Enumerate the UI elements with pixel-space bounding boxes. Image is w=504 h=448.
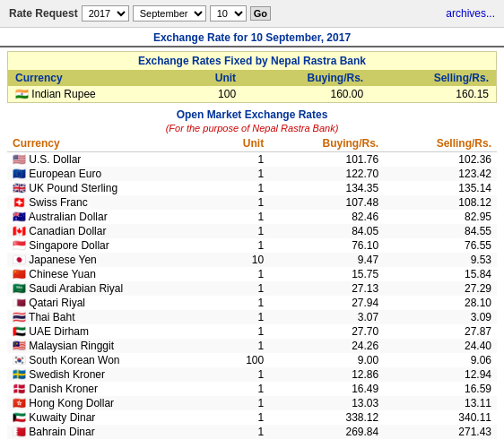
table-row: 🇰🇷 South Korean Won 100 9.00 9.06 — [7, 353, 497, 367]
unit-cell: 1 — [215, 382, 270, 396]
table-row: 🇨🇳 Chinese Yuan 1 15.75 15.84 — [7, 267, 497, 281]
flag-icon: 🇦🇪 — [13, 325, 26, 338]
flag-icon: 🇨🇳 — [13, 268, 26, 280]
buying-cell: 122.70 — [269, 167, 384, 181]
selling-cell: 3.09 — [384, 310, 497, 324]
exchange-rate-title: Exchange Rate for 10 September, 2017 — [0, 28, 504, 47]
currency-cell: 🇮🇳 Indian Rupee — [8, 86, 179, 102]
table-row: 🇸🇬 Singapore Dollar 1 76.10 76.55 — [7, 238, 497, 253]
flag-icon: 🇨🇦 — [13, 225, 26, 237]
buying-cell: 160.00 — [243, 86, 370, 102]
open-col-header: Unit — [215, 135, 270, 152]
currency-cell: 🇨🇦 Canadian Dollar — [7, 224, 215, 238]
table-row: 🇦🇪 UAE Dirham 1 27.70 27.87 — [7, 324, 497, 339]
unit-cell: 1 — [215, 152, 270, 168]
month-select[interactable]: JanuaryFebruaryMarchAprilMayJuneJulyAugu… — [133, 5, 206, 22]
buying-cell: 9.00 — [269, 353, 384, 367]
currency-cell: 🇭🇰 Hong Kong Dollar — [7, 396, 215, 410]
selling-cell: 12.94 — [384, 367, 497, 382]
selling-cell: 135.14 — [384, 181, 497, 195]
buying-cell: 27.13 — [269, 281, 384, 296]
table-row: 🇸🇦 Saudi Arabian Riyal 1 27.13 27.29 — [7, 281, 497, 296]
table-row: 🇦🇺 Australian Dollar 1 82.46 82.95 — [7, 210, 497, 224]
currency-cell: 🇨🇭 Swiss Franc — [7, 195, 215, 210]
selling-cell: 108.12 — [384, 195, 497, 210]
rate-request-form: Rate Request 2015201620172018 JanuaryFeb… — [9, 5, 271, 22]
unit-cell: 100 — [215, 353, 270, 367]
buying-cell: 76.10 — [269, 238, 384, 253]
table-row: 🇶🇦 Qatari Riyal 1 27.94 28.10 — [7, 296, 497, 310]
buying-cell: 134.35 — [269, 181, 384, 195]
buying-cell: 101.76 — [269, 152, 384, 168]
selling-cell: 13.11 — [384, 396, 497, 410]
currency-cell: 🇹🇭 Thai Baht — [7, 310, 215, 324]
unit-cell: 1 — [215, 396, 270, 410]
flag-icon: 🇪🇺 — [13, 168, 26, 180]
table-row: 🇲🇾 Malaysian Ringgit 1 24.26 24.40 — [7, 339, 497, 353]
unit-cell: 1 — [215, 324, 270, 339]
buying-cell: 269.84 — [269, 425, 384, 439]
unit-cell: 1 — [215, 367, 270, 382]
table-row: 🇭🇰 Hong Kong Dollar 1 13.03 13.11 — [7, 396, 497, 410]
fixed-col-currency: Currency — [8, 70, 179, 86]
unit-cell: 1 — [215, 195, 270, 210]
flag-icon: 🇸🇪 — [13, 368, 26, 381]
unit-cell: 1 — [215, 210, 270, 224]
exchange-rate-date: 10 September, 2017 — [251, 31, 351, 44]
open-market-subtitle: (For the purpose of Nepal Rastra Bank) — [7, 123, 497, 135]
year-select[interactable]: 2015201620172018 — [82, 5, 129, 22]
buying-cell: 3.07 — [269, 310, 384, 324]
selling-cell: 24.40 — [384, 339, 497, 353]
currency-cell: 🇲🇾 Malaysian Ringgit — [7, 339, 215, 353]
currency-cell: 🇦🇪 UAE Dirham — [7, 324, 215, 339]
selling-cell: 28.10 — [384, 296, 497, 310]
selling-cell: 27.87 — [384, 324, 497, 339]
day-select[interactable]: 1234567891011121314151617181920212223242… — [210, 5, 247, 22]
currency-cell: 🇧🇭 Bahrain Dinar — [7, 425, 215, 439]
unit-cell: 1 — [215, 281, 270, 296]
unit-cell: 1 — [215, 267, 270, 281]
unit-cell: 1 — [215, 224, 270, 238]
archives-link[interactable]: archives... — [446, 7, 495, 20]
currency-cell: 🇶🇦 Qatari Riyal — [7, 296, 215, 310]
currency-cell: 🇸🇪 Swedish Kroner — [7, 367, 215, 382]
open-market-table: CurrencyUnitBuying/Rs.Selling/Rs. 🇺🇸 U.S… — [7, 135, 497, 439]
top-bar: Rate Request 2015201620172018 JanuaryFeb… — [0, 0, 504, 28]
buying-cell: 107.48 — [269, 195, 384, 210]
buying-cell: 9.47 — [269, 253, 384, 267]
unit-cell: 1 — [215, 339, 270, 353]
flag-icon: 🇨🇭 — [13, 196, 26, 209]
rate-request-label: Rate Request — [9, 7, 78, 20]
unit-cell: 1 — [215, 310, 270, 324]
table-row: 🇹🇭 Thai Baht 1 3.07 3.09 — [7, 310, 497, 324]
flag-icon: 🇸🇬 — [13, 239, 26, 252]
selling-cell: 271.43 — [384, 425, 497, 439]
flag-icon: 🇬🇧 — [13, 182, 26, 194]
exchange-rate-label: Exchange Rate for — [153, 31, 248, 44]
currency-cell: 🇦🇺 Australian Dollar — [7, 210, 215, 224]
unit-cell: 100 — [179, 86, 243, 102]
buying-cell: 338.12 — [269, 410, 384, 425]
go-button[interactable]: Go — [250, 6, 271, 21]
fixed-col-selling: Selling/Rs. — [370, 70, 496, 86]
selling-cell: 102.36 — [384, 152, 497, 168]
selling-cell: 123.42 — [384, 167, 497, 181]
table-row: 🇧🇭 Bahrain Dinar 1 269.84 271.43 — [7, 425, 497, 439]
flag-icon: 🇮🇳 — [15, 88, 29, 100]
currency-cell: 🇯🇵 Japanese Yen — [7, 253, 215, 267]
fixed-col-unit: Unit — [179, 70, 243, 86]
selling-cell: 27.29 — [384, 281, 497, 296]
selling-cell: 16.59 — [384, 382, 497, 396]
selling-cell: 15.84 — [384, 267, 497, 281]
fixed-col-buying: Buying/Rs. — [243, 70, 370, 86]
flag-icon: 🇸🇦 — [13, 282, 26, 295]
table-row: 🇯🇵 Japanese Yen 10 9.47 9.53 — [7, 253, 497, 267]
unit-cell: 1 — [215, 167, 270, 181]
currency-cell: 🇰🇼 Kuwaity Dinar — [7, 410, 215, 425]
currency-cell: 🇸🇬 Singapore Dollar — [7, 238, 215, 253]
currency-cell: 🇸🇦 Saudi Arabian Riyal — [7, 281, 215, 296]
flag-icon: 🇯🇵 — [13, 254, 26, 266]
table-row: 🇪🇺 European Euro 1 122.70 123.42 — [7, 167, 497, 181]
buying-cell: 16.49 — [269, 382, 384, 396]
currency-cell: 🇨🇳 Chinese Yuan — [7, 267, 215, 281]
